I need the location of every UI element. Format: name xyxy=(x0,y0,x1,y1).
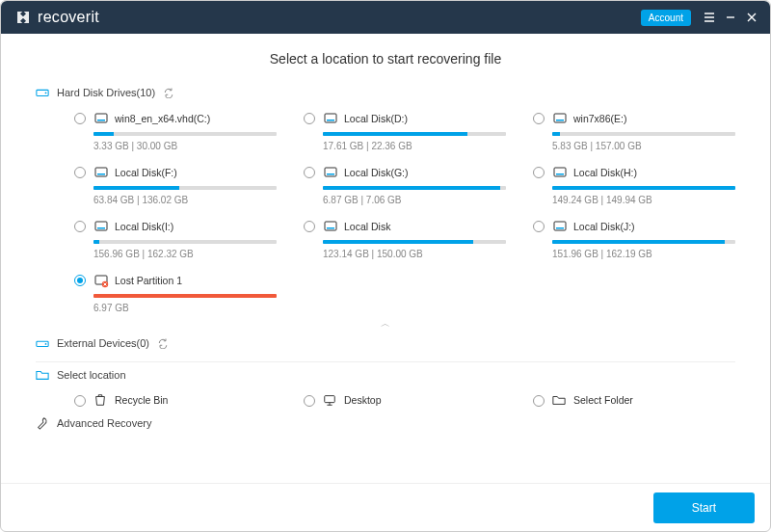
location-label: Select Folder xyxy=(573,394,633,406)
external-drive-icon xyxy=(36,336,49,350)
section-advanced-recovery[interactable]: Advanced Recovery xyxy=(36,416,735,430)
svg-rect-17 xyxy=(327,227,334,229)
refresh-icon[interactable] xyxy=(157,337,169,349)
collapse-up-icon[interactable]: ︿ xyxy=(36,317,735,331)
radio-button[interactable] xyxy=(74,275,86,286)
svg-point-23 xyxy=(45,343,47,345)
location-item[interactable]: Select Folder xyxy=(533,393,735,407)
drive-label: Local Disk(H:) xyxy=(573,167,637,178)
section-external-devices[interactable]: External Devices(0) xyxy=(36,336,735,350)
location-item[interactable]: Desktop xyxy=(304,393,506,407)
drive-label: Local Disk(D:) xyxy=(344,113,408,124)
drive-item[interactable]: win8_en_x64.vhd(C:)3.33 GB | 30.00 GB xyxy=(74,111,277,151)
svg-rect-5 xyxy=(327,120,334,121)
divider xyxy=(36,361,735,362)
drive-size: 149.24 GB | 149.94 GB xyxy=(552,195,735,205)
section-select-location[interactable]: Select location xyxy=(36,368,735,382)
footer: Start xyxy=(1,483,770,531)
drive-item[interactable]: Local Disk(I:)156.96 GB | 162.32 GB xyxy=(74,219,277,259)
radio-button[interactable] xyxy=(304,167,315,178)
drive-label: Local Disk(F:) xyxy=(115,167,177,178)
brand-logo: recoverit xyxy=(14,9,99,26)
svg-rect-24 xyxy=(325,396,335,403)
minimize-icon[interactable] xyxy=(720,7,741,28)
svg-rect-10 xyxy=(325,168,336,176)
usage-bar xyxy=(93,240,277,244)
svg-rect-7 xyxy=(556,120,564,121)
section-hard-disk-drives[interactable]: Hard Disk Drives(10) xyxy=(36,86,735,99)
svg-rect-11 xyxy=(327,173,334,175)
svg-rect-4 xyxy=(325,114,336,122)
menu-icon[interactable] xyxy=(699,7,720,28)
drive-icon xyxy=(552,111,568,126)
svg-rect-12 xyxy=(554,168,566,176)
svg-rect-15 xyxy=(97,227,105,229)
start-button[interactable]: Start xyxy=(653,492,755,523)
location-item[interactable]: Recycle Bin xyxy=(74,393,277,407)
radio-button[interactable] xyxy=(74,113,86,124)
close-icon[interactable] xyxy=(741,7,762,28)
radio-button[interactable] xyxy=(533,395,545,407)
drive-size: 156.96 GB | 162.32 GB xyxy=(93,249,277,259)
drive-icon xyxy=(552,165,568,180)
radio-button[interactable] xyxy=(533,113,545,124)
drive-size: 123.14 GB | 150.00 GB xyxy=(323,249,506,259)
usage-bar xyxy=(93,132,277,136)
drive-icon xyxy=(323,165,338,180)
radio-button[interactable] xyxy=(533,167,545,178)
select-folder-icon xyxy=(552,393,566,407)
radio-button[interactable] xyxy=(74,221,86,232)
drive-item[interactable]: Local Disk(D:)17.61 GB | 22.36 GB xyxy=(304,111,506,151)
drive-size: 63.84 GB | 136.02 GB xyxy=(93,195,277,205)
usage-bar xyxy=(552,240,735,244)
drive-icon xyxy=(323,219,338,234)
desktop-icon xyxy=(323,393,336,407)
drive-grid: win8_en_x64.vhd(C:)3.33 GB | 30.00 GBLoc… xyxy=(74,111,735,313)
usage-bar xyxy=(323,186,506,190)
location-row: Recycle BinDesktopSelect Folder xyxy=(74,393,735,407)
drive-label: Local Disk(J:) xyxy=(573,221,635,232)
lost-partition-icon xyxy=(93,273,109,288)
radio-button[interactable] xyxy=(304,221,315,232)
drive-item[interactable]: Local Disk(F:)63.84 GB | 136.02 GB xyxy=(74,165,277,205)
radio-button[interactable] xyxy=(304,395,315,407)
location-label: Recycle Bin xyxy=(115,394,168,406)
drive-size: 17.61 GB | 22.36 GB xyxy=(323,141,506,151)
account-button[interactable]: Account xyxy=(641,10,691,26)
drive-icon xyxy=(93,165,109,180)
section-title: Hard Disk Drives(10) xyxy=(57,87,155,98)
radio-button[interactable] xyxy=(533,221,545,232)
svg-rect-19 xyxy=(556,227,564,229)
drive-size: 6.97 GB xyxy=(93,303,277,313)
drive-item[interactable]: Lost Partition 16.97 GB xyxy=(74,273,277,313)
drive-label: Local Disk(I:) xyxy=(115,221,173,232)
section-title: External Devices(0) xyxy=(57,337,149,349)
page-title: Select a location to start recovering fi… xyxy=(36,51,735,66)
drive-item[interactable]: Local Disk(G:)6.87 GB | 7.06 GB xyxy=(304,165,506,205)
radio-button[interactable] xyxy=(74,395,86,407)
drive-item[interactable]: Local Disk123.14 GB | 150.00 GB xyxy=(304,219,506,259)
brand-icon xyxy=(14,9,32,26)
usage-bar xyxy=(323,132,506,136)
svg-rect-14 xyxy=(95,222,107,230)
location-label: Desktop xyxy=(344,394,382,406)
drive-size: 5.83 GB | 157.00 GB xyxy=(552,141,735,151)
svg-rect-13 xyxy=(556,173,564,175)
drive-size: 6.87 GB | 7.06 GB xyxy=(323,195,506,205)
drive-item[interactable]: Local Disk(H:)149.24 GB | 149.94 GB xyxy=(533,165,735,205)
drive-item[interactable]: Local Disk(J:)151.96 GB | 162.19 GB xyxy=(533,219,735,259)
drive-label: win8_en_x64.vhd(C:) xyxy=(115,113,210,124)
usage-bar xyxy=(93,186,277,190)
drive-icon xyxy=(93,219,109,234)
section-title: Advanced Recovery xyxy=(57,417,151,429)
drive-item[interactable]: win7x86(E:)5.83 GB | 157.00 GB xyxy=(533,111,735,151)
refresh-icon[interactable] xyxy=(163,87,174,98)
radio-button[interactable] xyxy=(74,167,86,178)
svg-rect-3 xyxy=(97,120,105,121)
svg-rect-2 xyxy=(95,114,107,122)
usage-bar xyxy=(552,132,735,136)
drive-icon xyxy=(552,219,568,234)
drive-label: win7x86(E:) xyxy=(573,113,626,124)
radio-button[interactable] xyxy=(304,113,315,124)
drive-icon xyxy=(93,111,109,126)
